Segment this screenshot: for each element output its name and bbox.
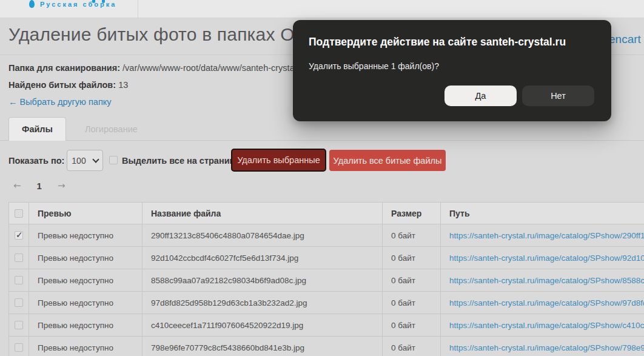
opencart-link[interactable]: encart — [609, 33, 641, 46]
logo-dot-icon — [92, 0, 95, 3]
dialog-no-button[interactable]: Нет — [522, 86, 594, 106]
logo-text: Русская сборка — [40, 1, 116, 8]
size-cell: 0 байт — [383, 269, 441, 292]
file-url-link[interactable]: https://santeh-crystal.ru/image/catalog/… — [449, 231, 644, 240]
filename-cell: 798e96fe70779c8cf5438660bd841e3b.jpg — [143, 337, 383, 356]
preview-cell: Превью недоступно — [29, 292, 143, 314]
prev-page-arrow[interactable]: ← — [13, 180, 21, 191]
next-page-arrow[interactable]: → — [58, 180, 65, 191]
table-header-row: Превью Название файла Размер Путь — [9, 203, 644, 224]
preview-cell: Превью недоступно — [29, 314, 143, 337]
col-header-preview: Превью — [29, 203, 143, 224]
preview-cell: Превью недоступно — [29, 224, 143, 247]
found-files-value: 13 — [118, 80, 128, 90]
delete-all-button[interactable]: Удалить все битые файлы — [329, 150, 446, 171]
filename-cell: 92d1042ccbcdf4c6027fcf5e6d13f734.jpg — [143, 247, 383, 269]
tab-files[interactable]: Файлы — [8, 117, 66, 141]
scan-folder-value: /var/www/www-root/data/www/santeh-crysta… — [122, 63, 307, 73]
col-header-size: Размер — [383, 203, 441, 224]
header-checkbox[interactable] — [15, 209, 23, 218]
filename-cell: 8588c99aa07a92182c98034b6f9ad08c.jpg — [143, 269, 383, 292]
size-cell: 0 байт — [383, 337, 441, 356]
per-page-select[interactable]: 100 — [67, 150, 103, 171]
filename-cell: c410ceecef1a711f9076064520922d19.jpg — [143, 314, 383, 337]
filename-cell: 97d8fd825d958b129d63cb1a3b232ad2.jpg — [143, 292, 383, 314]
filename-cell: 290ff13213c85406c4880a0784654dae.jpg — [143, 224, 383, 247]
found-files-label: Найдено битых файлов: — [8, 80, 116, 90]
row-checkbox[interactable] — [15, 254, 23, 262]
found-files-line: Найдено битых файлов: 13 — [8, 80, 128, 90]
table-body: Превью недоступно 290ff13213c85406c4880a… — [9, 224, 644, 356]
row-checkbox[interactable] — [15, 298, 23, 307]
files-table: Превью Название файла Размер Путь Превью… — [8, 202, 644, 356]
tab-logging[interactable]: Логирование — [66, 117, 156, 141]
col-header-path: Путь — [441, 203, 644, 224]
page-root: Русская сборка Удаление битых фото в пап… — [0, 0, 644, 356]
page-number[interactable]: 1 — [37, 181, 42, 191]
chevron-down-icon — [92, 156, 99, 163]
size-cell: 0 байт — [383, 247, 441, 269]
scan-folder-line: Папка для сканирования: /var/www/www-roo… — [8, 63, 307, 73]
logo-dot-icon — [102, 0, 105, 3]
confirm-dialog: Подтвердите действие на сайте santeh-cry… — [293, 20, 611, 121]
select-all-checkbox[interactable] — [109, 156, 118, 164]
file-url-link[interactable]: https://santeh-crystal.ru/image/catalog/… — [449, 254, 644, 263]
table-row: Превью недоступно 798e96fe70779c8cf54386… — [9, 337, 644, 356]
page-title: Удаление битых фото в папках O — [8, 24, 295, 45]
table-row: Превью недоступно c410ceecef1a711f907606… — [9, 314, 644, 337]
preview-cell: Превью недоступно — [29, 337, 143, 356]
col-header-filename: Название файла — [143, 203, 383, 224]
per-page-value: 100 — [72, 156, 86, 166]
dialog-message: Удалить выбранные 1 файл(ов)? — [309, 61, 439, 71]
choose-other-folder-link[interactable]: ← Выбрать другую папку — [8, 97, 112, 107]
select-all-label: Выделить все на странице — [122, 156, 240, 166]
pagination: ← 1 → — [13, 180, 65, 191]
file-url-link[interactable]: https://santeh-crystal.ru/image/catalog/… — [449, 298, 644, 307]
file-url-link[interactable]: https://santeh-crystal.ru/image/catalog/… — [449, 321, 644, 330]
table-row: Превью недоступно 8588c99aa07a92182c9803… — [9, 269, 644, 292]
table-row: Превью недоступно 290ff13213c85406c4880a… — [9, 224, 644, 247]
file-url-link[interactable]: https://santeh-crystal.ru/image/catalog/… — [449, 343, 644, 352]
size-cell: 0 байт — [383, 314, 441, 337]
size-cell: 0 байт — [383, 292, 441, 314]
topbar-divider — [138, 0, 138, 18]
size-cell: 0 байт — [383, 224, 441, 247]
row-checkbox[interactable] — [15, 276, 23, 284]
preview-cell: Превью недоступно — [29, 269, 143, 292]
row-checkbox[interactable] — [15, 231, 23, 240]
file-url-link[interactable]: https://santeh-crystal.ru/image/catalog/… — [449, 276, 644, 285]
tabs: Файлы Логирование — [8, 117, 156, 141]
logo-drop-icon — [29, 0, 35, 8]
dialog-yes-button[interactable]: Да — [444, 86, 517, 106]
dialog-title: Подтвердите действие на сайте santeh-cry… — [309, 36, 566, 49]
delete-selected-button[interactable]: Удалить выбранные — [231, 149, 326, 172]
table-row: Превью недоступно 97d8fd825d958b129d63cb… — [9, 292, 644, 314]
preview-cell: Превью недоступно — [29, 247, 143, 269]
row-checkbox[interactable] — [15, 343, 23, 352]
row-checkbox[interactable] — [15, 321, 23, 329]
table-row: Превью недоступно 92d1042ccbcdf4c6027fcf… — [9, 247, 644, 269]
topbar: Русская сборка — [0, 0, 644, 18]
show-per-label: Показать по: — [8, 156, 64, 166]
files-table-wrap: Превью Название файла Размер Путь Превью… — [8, 202, 644, 356]
scan-folder-label: Папка для сканирования: — [8, 63, 120, 73]
